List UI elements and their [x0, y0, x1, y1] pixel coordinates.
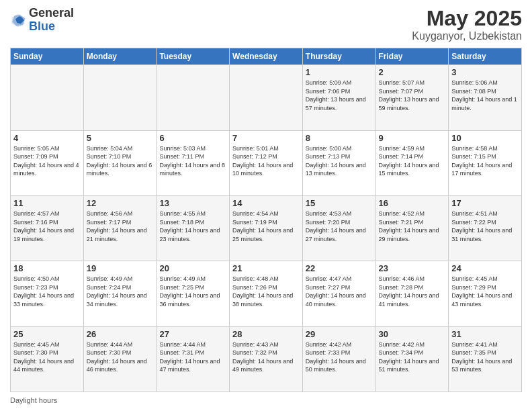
day-info: Sunrise: 4:42 AMSunset: 7:34 PMDaylight:… — [379, 340, 446, 374]
day-number: 27 — [159, 329, 226, 339]
calendar-cell: 8Sunrise: 5:00 AMSunset: 7:13 PMDaylight… — [302, 130, 375, 195]
calendar-cell: 14Sunrise: 4:54 AMSunset: 7:19 PMDayligh… — [230, 195, 303, 261]
day-number: 15 — [306, 198, 373, 208]
day-number: 16 — [379, 198, 446, 208]
calendar-header-sunday: Sunday — [11, 48, 84, 65]
day-info: Sunrise: 5:01 AMSunset: 7:12 PMDaylight:… — [232, 144, 300, 178]
day-info: Sunrise: 4:44 AMSunset: 7:31 PMDaylight:… — [159, 340, 226, 374]
day-number: 20 — [159, 263, 226, 273]
calendar-cell — [83, 65, 157, 130]
day-number: 10 — [451, 133, 519, 143]
page-subtitle: Kuyganyor, Uzbekistan — [412, 30, 522, 42]
day-number: 6 — [159, 133, 226, 143]
calendar-cell: 9Sunrise: 4:59 AMSunset: 7:14 PMDaylight… — [375, 130, 449, 195]
day-info: Sunrise: 4:56 AMSunset: 7:17 PMDaylight:… — [87, 210, 154, 243]
page-title: May 2025 — [412, 7, 522, 30]
calendar-week-row: 11Sunrise: 4:57 AMSunset: 7:16 PMDayligh… — [11, 195, 522, 261]
calendar-cell: 15Sunrise: 4:53 AMSunset: 7:20 PMDayligh… — [302, 195, 375, 261]
day-info: Sunrise: 4:59 AMSunset: 7:14 PMDaylight:… — [379, 144, 446, 178]
calendar-header-monday: Monday — [83, 48, 157, 65]
day-number: 11 — [13, 198, 81, 208]
day-number: 2 — [379, 67, 446, 77]
calendar-cell: 25Sunrise: 4:45 AMSunset: 7:30 PMDayligh… — [11, 326, 84, 392]
calendar-header-saturday: Saturday — [449, 48, 522, 65]
calendar-cell: 29Sunrise: 4:42 AMSunset: 7:33 PMDayligh… — [302, 326, 375, 392]
day-number: 26 — [87, 329, 154, 339]
day-info: Sunrise: 5:00 AMSunset: 7:13 PMDaylight:… — [306, 144, 373, 178]
calendar-cell: 19Sunrise: 4:49 AMSunset: 7:24 PMDayligh… — [83, 261, 157, 326]
calendar-cell: 16Sunrise: 4:52 AMSunset: 7:21 PMDayligh… — [375, 195, 449, 261]
day-info: Sunrise: 4:58 AMSunset: 7:15 PMDaylight:… — [451, 144, 519, 178]
day-number: 9 — [379, 133, 446, 143]
day-info: Sunrise: 4:53 AMSunset: 7:20 PMDaylight:… — [306, 210, 373, 243]
header: General Blue May 2025 Kuyganyor, Uzbekis… — [10, 7, 522, 42]
day-number: 30 — [379, 329, 446, 339]
title-block: May 2025 Kuyganyor, Uzbekistan — [412, 7, 522, 42]
day-info: Sunrise: 4:51 AMSunset: 7:22 PMDaylight:… — [451, 210, 519, 243]
day-info: Sunrise: 4:43 AMSunset: 7:32 PMDaylight:… — [232, 340, 300, 374]
calendar-cell: 28Sunrise: 4:43 AMSunset: 7:32 PMDayligh… — [230, 326, 303, 392]
day-number: 4 — [13, 133, 81, 143]
footer: Daylight hours — [10, 396, 522, 404]
calendar-cell — [230, 65, 303, 130]
logo: General Blue — [10, 7, 74, 34]
day-number: 21 — [232, 263, 300, 273]
calendar-week-row: 1Sunrise: 5:09 AMSunset: 7:06 PMDaylight… — [11, 65, 522, 130]
calendar-cell: 21Sunrise: 4:48 AMSunset: 7:26 PMDayligh… — [230, 261, 303, 326]
calendar-header-thursday: Thursday — [302, 48, 375, 65]
calendar-header-friday: Friday — [375, 48, 449, 65]
calendar-cell: 20Sunrise: 4:49 AMSunset: 7:25 PMDayligh… — [157, 261, 230, 326]
calendar-cell: 12Sunrise: 4:56 AMSunset: 7:17 PMDayligh… — [83, 195, 157, 261]
calendar-cell: 2Sunrise: 5:07 AMSunset: 7:07 PMDaylight… — [375, 65, 449, 130]
logo-general-text: General — [29, 6, 74, 19]
day-info: Sunrise: 4:45 AMSunset: 7:29 PMDaylight:… — [451, 275, 519, 308]
day-info: Sunrise: 5:03 AMSunset: 7:11 PMDaylight:… — [159, 144, 226, 178]
calendar-cell: 24Sunrise: 4:45 AMSunset: 7:29 PMDayligh… — [449, 261, 522, 326]
logo-blue-text: Blue — [29, 19, 55, 33]
daylight-label: Daylight hours — [10, 396, 57, 404]
day-number: 25 — [13, 329, 81, 339]
day-info: Sunrise: 4:50 AMSunset: 7:23 PMDaylight:… — [13, 275, 81, 308]
calendar-cell: 18Sunrise: 4:50 AMSunset: 7:23 PMDayligh… — [11, 261, 84, 326]
day-info: Sunrise: 5:04 AMSunset: 7:10 PMDaylight:… — [87, 144, 154, 178]
day-number: 12 — [87, 198, 154, 208]
calendar-cell: 5Sunrise: 5:04 AMSunset: 7:10 PMDaylight… — [83, 130, 157, 195]
calendar-cell: 30Sunrise: 4:42 AMSunset: 7:34 PMDayligh… — [375, 326, 449, 392]
day-info: Sunrise: 4:48 AMSunset: 7:26 PMDaylight:… — [232, 275, 300, 308]
calendar-cell: 17Sunrise: 4:51 AMSunset: 7:22 PMDayligh… — [449, 195, 522, 261]
calendar-table: SundayMondayTuesdayWednesdayThursdayFrid… — [10, 48, 522, 392]
day-info: Sunrise: 5:07 AMSunset: 7:07 PMDaylight:… — [379, 79, 446, 112]
calendar-cell: 11Sunrise: 4:57 AMSunset: 7:16 PMDayligh… — [11, 195, 84, 261]
day-info: Sunrise: 4:41 AMSunset: 7:35 PMDaylight:… — [451, 340, 519, 374]
day-info: Sunrise: 4:57 AMSunset: 7:16 PMDaylight:… — [13, 210, 81, 243]
calendar-cell: 4Sunrise: 5:05 AMSunset: 7:09 PMDaylight… — [11, 130, 84, 195]
calendar-cell: 13Sunrise: 4:55 AMSunset: 7:18 PMDayligh… — [157, 195, 230, 261]
day-number: 1 — [306, 67, 373, 77]
day-number: 24 — [451, 263, 519, 273]
calendar-cell: 10Sunrise: 4:58 AMSunset: 7:15 PMDayligh… — [449, 130, 522, 195]
day-info: Sunrise: 4:45 AMSunset: 7:30 PMDaylight:… — [13, 340, 81, 374]
day-info: Sunrise: 5:06 AMSunset: 7:08 PMDaylight:… — [451, 79, 519, 112]
day-info: Sunrise: 4:49 AMSunset: 7:24 PMDaylight:… — [87, 275, 154, 308]
calendar-cell: 3Sunrise: 5:06 AMSunset: 7:08 PMDaylight… — [449, 65, 522, 130]
calendar-cell: 27Sunrise: 4:44 AMSunset: 7:31 PMDayligh… — [157, 326, 230, 392]
day-number: 29 — [306, 329, 373, 339]
calendar-header-tuesday: Tuesday — [157, 48, 230, 65]
day-info: Sunrise: 4:44 AMSunset: 7:30 PMDaylight:… — [87, 340, 154, 374]
calendar-cell: 31Sunrise: 4:41 AMSunset: 7:35 PMDayligh… — [449, 326, 522, 392]
day-number: 7 — [232, 133, 300, 143]
day-number: 14 — [232, 198, 300, 208]
calendar-cell: 1Sunrise: 5:09 AMSunset: 7:06 PMDaylight… — [302, 65, 375, 130]
day-info: Sunrise: 4:52 AMSunset: 7:21 PMDaylight:… — [379, 210, 446, 243]
day-number: 18 — [13, 263, 81, 273]
day-info: Sunrise: 4:46 AMSunset: 7:28 PMDaylight:… — [379, 275, 446, 308]
day-info: Sunrise: 4:55 AMSunset: 7:18 PMDaylight:… — [159, 210, 226, 243]
day-number: 8 — [306, 133, 373, 143]
day-number: 22 — [306, 263, 373, 273]
logo-icon — [10, 12, 26, 28]
calendar-cell: 22Sunrise: 4:47 AMSunset: 7:27 PMDayligh… — [302, 261, 375, 326]
day-info: Sunrise: 5:05 AMSunset: 7:09 PMDaylight:… — [13, 144, 81, 178]
page: General Blue May 2025 Kuyganyor, Uzbekis… — [0, 0, 532, 411]
calendar-cell — [157, 65, 230, 130]
calendar-header-wednesday: Wednesday — [230, 48, 303, 65]
